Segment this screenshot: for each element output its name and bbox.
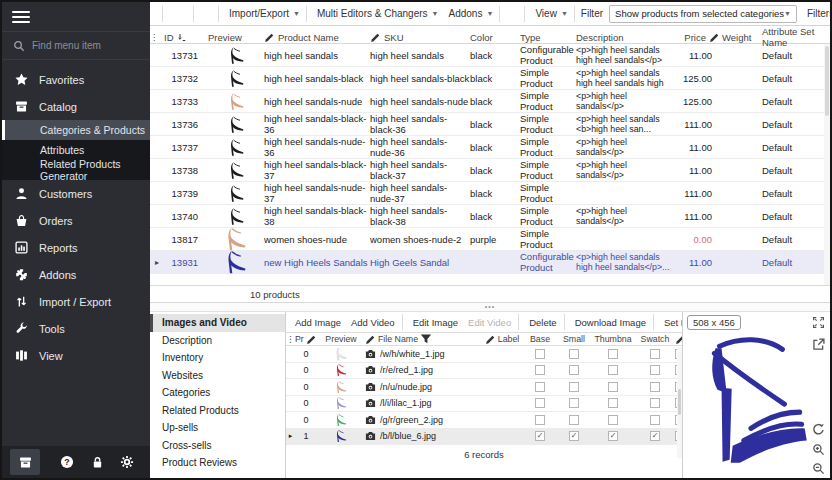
column-header-color[interactable]: Color bbox=[470, 32, 520, 43]
checkbox-small[interactable] bbox=[569, 415, 579, 425]
filter-dropdown[interactable]: Show products from selected categories▼ bbox=[609, 5, 797, 23]
column-header-small[interactable]: Small bbox=[557, 334, 591, 344]
rotate-icon[interactable] bbox=[812, 423, 825, 436]
tab-cross-sells[interactable]: Cross-sells bbox=[150, 437, 285, 455]
product-row-13931[interactable]: ▸13931new High Heels SandalsHigh Geels S… bbox=[150, 251, 830, 274]
column-header-price[interactable]: Price bbox=[676, 32, 722, 43]
checkbox-swatch[interactable] bbox=[650, 382, 660, 392]
column-chooser-icon[interactable]: ⋮ bbox=[150, 33, 164, 42]
sidebar-item-customers[interactable]: Customers bbox=[2, 180, 150, 207]
image-row-green[interactable]: 0/g/r/green_2.jpg bbox=[286, 412, 682, 429]
import-export-menu[interactable]: Import/Export▼ bbox=[225, 8, 300, 19]
checkbox-base[interactable] bbox=[535, 382, 545, 392]
zoom-in-icon[interactable] bbox=[812, 443, 825, 456]
image-row-lilac[interactable]: 0/l/i/lilac_1.jpg bbox=[286, 396, 682, 413]
tab-categories[interactable]: Categories bbox=[150, 384, 285, 402]
product-row-13737[interactable]: 13737high heel sandals-nude-36high heel … bbox=[150, 136, 830, 159]
sidebar-item-reports[interactable]: Reports bbox=[2, 234, 150, 261]
filters-menu[interactable]: Filters▼ bbox=[803, 8, 832, 19]
column-header-file-name[interactable]: File Name bbox=[365, 333, 481, 345]
tab-inventory[interactable]: Inventory bbox=[150, 349, 285, 367]
hamburger-menu-icon[interactable] bbox=[12, 8, 30, 26]
checkbox-base[interactable] bbox=[535, 398, 545, 408]
tab-websites[interactable]: Websites bbox=[150, 367, 285, 385]
set-resize-rule-button[interactable]: Set Resize Rule bbox=[661, 317, 682, 328]
sidebar-item-orders[interactable]: Orders bbox=[2, 207, 150, 234]
delete-image-button[interactable]: Delete bbox=[526, 317, 556, 328]
checkbox-small[interactable] bbox=[569, 398, 579, 408]
checkbox-small[interactable] bbox=[569, 382, 579, 392]
tab-product-reviews[interactable]: Product Reviews bbox=[150, 454, 285, 472]
view-menu[interactable]: View▼ bbox=[531, 8, 567, 19]
product-row-13732[interactable]: 13732high heel sandals-blackhigh heel sa… bbox=[150, 67, 830, 90]
checkbox-thumbnail[interactable] bbox=[608, 365, 618, 375]
checkbox-swatch[interactable] bbox=[650, 349, 660, 359]
addons-menu[interactable]: Addons▼ bbox=[445, 8, 494, 19]
checkbox-thumbnail[interactable]: ✓ bbox=[608, 431, 618, 441]
checkbox-thumbnail[interactable] bbox=[608, 415, 618, 425]
image-row-blue[interactable]: ▸1/b/l/blue_6.jpg✓✓✓✓ bbox=[286, 429, 682, 446]
checkbox-base[interactable] bbox=[535, 415, 545, 425]
column-header-id[interactable]: ID bbox=[164, 32, 208, 43]
product-row-13817[interactable]: 13817women shoes-nudewomen shoes-nude-2p… bbox=[150, 228, 830, 251]
column-header-preview[interactable]: Preview bbox=[317, 334, 365, 344]
column-header-product-name[interactable]: Product Name bbox=[264, 32, 370, 43]
add-image-button[interactable]: Add Image bbox=[292, 317, 341, 328]
image-row-white[interactable]: 0/w/h/white_1.jpg bbox=[286, 346, 682, 363]
product-row-13739[interactable]: 13739high heel sandals-nude-37high heel … bbox=[150, 182, 830, 205]
gear-icon[interactable] bbox=[112, 449, 142, 475]
checkbox-small[interactable] bbox=[569, 365, 579, 375]
image-row-nude[interactable]: 0/n/u/nude.jpg bbox=[286, 379, 682, 396]
checkbox-thumbnail[interactable] bbox=[608, 398, 618, 408]
menu-search-input[interactable] bbox=[32, 40, 132, 51]
checkbox-swatch[interactable] bbox=[650, 365, 660, 375]
column-header-thumbna[interactable]: Thumbna bbox=[591, 334, 635, 344]
panel-splitter[interactable]: ••• bbox=[150, 303, 830, 312]
checkbox-base[interactable] bbox=[535, 365, 545, 375]
add-video-button[interactable]: Add Video bbox=[348, 317, 395, 328]
tab-up-sells[interactable]: Up-sells bbox=[150, 419, 285, 437]
column-header-preview[interactable]: Preview bbox=[208, 32, 264, 43]
checkbox-thumbnail[interactable] bbox=[608, 382, 618, 392]
sidebar-subitem-categories-products[interactable]: Categories & Products bbox=[2, 120, 150, 140]
checkbox-thumbnail[interactable] bbox=[608, 349, 618, 359]
checkbox-swatch[interactable]: ✓ bbox=[650, 431, 660, 441]
sidebar-item-addons[interactable]: Addons bbox=[2, 261, 150, 288]
column-header-swatch[interactable]: Swatch bbox=[635, 334, 675, 344]
sidebar-item-catalog[interactable]: Catalog bbox=[2, 93, 150, 120]
tab-description[interactable]: Description bbox=[150, 332, 285, 350]
checkbox-small[interactable]: ✓ bbox=[569, 431, 579, 441]
help-icon[interactable]: ? bbox=[52, 449, 82, 475]
sidebar-item-tools[interactable]: Tools bbox=[2, 315, 150, 342]
column-header-base[interactable]: Base bbox=[523, 334, 557, 344]
sidebar-item-import-export[interactable]: Import / Export bbox=[2, 288, 150, 315]
column-header-weight[interactable]: Weight bbox=[722, 32, 762, 43]
product-row-13733[interactable]: 13733high heel sandals-nudehigh heel san… bbox=[150, 90, 830, 113]
checkbox-swatch[interactable] bbox=[650, 398, 660, 408]
tab-images-and-video[interactable]: Images and Video bbox=[150, 314, 285, 332]
column-header-pr[interactable]: Pr bbox=[295, 334, 317, 345]
checkbox-swatch[interactable] bbox=[650, 415, 660, 425]
column-header-attribute-set-name[interactable]: Attribute Set Name bbox=[762, 26, 830, 48]
sidebar-item-favorites[interactable]: Favorites bbox=[2, 66, 150, 93]
tab-related-products[interactable]: Related Products bbox=[150, 402, 285, 420]
multi-editors-menu[interactable]: Multi Editors & Changers▼ bbox=[313, 8, 439, 19]
column-header-type[interactable]: Type bbox=[520, 32, 576, 43]
product-row-13740[interactable]: 13740high heel sandals-black-38high heel… bbox=[150, 205, 830, 228]
checkbox-base[interactable]: ✓ bbox=[535, 431, 545, 441]
edit-video-button[interactable]: Edit Video bbox=[465, 317, 511, 328]
edit-image-button[interactable]: Edit Image bbox=[410, 317, 458, 328]
column-header-label[interactable]: Label bbox=[481, 334, 523, 345]
column-chooser-icon[interactable]: ⋮ bbox=[286, 334, 295, 344]
sidebar-subitem-related-products-generator[interactable]: Related Products Generator bbox=[2, 160, 150, 180]
column-header-description[interactable]: Description bbox=[576, 32, 676, 43]
sidebar-subitem-attributes[interactable]: Attributes bbox=[2, 140, 150, 160]
drawer-icon[interactable] bbox=[10, 449, 40, 475]
product-row-13736[interactable]: 13736high heel sandals-black-36high heel… bbox=[150, 113, 830, 136]
checkbox-small[interactable] bbox=[569, 349, 579, 359]
download-image-button[interactable]: Download Image bbox=[572, 317, 646, 328]
lock-icon[interactable] bbox=[82, 449, 112, 475]
product-row-13731[interactable]: 13731high heel sandalshigh heel sandalsb… bbox=[150, 44, 830, 67]
image-row-red[interactable]: 0/r/e/red_1.jpg bbox=[286, 363, 682, 380]
sidebar-item-view[interactable]: View bbox=[2, 342, 150, 369]
